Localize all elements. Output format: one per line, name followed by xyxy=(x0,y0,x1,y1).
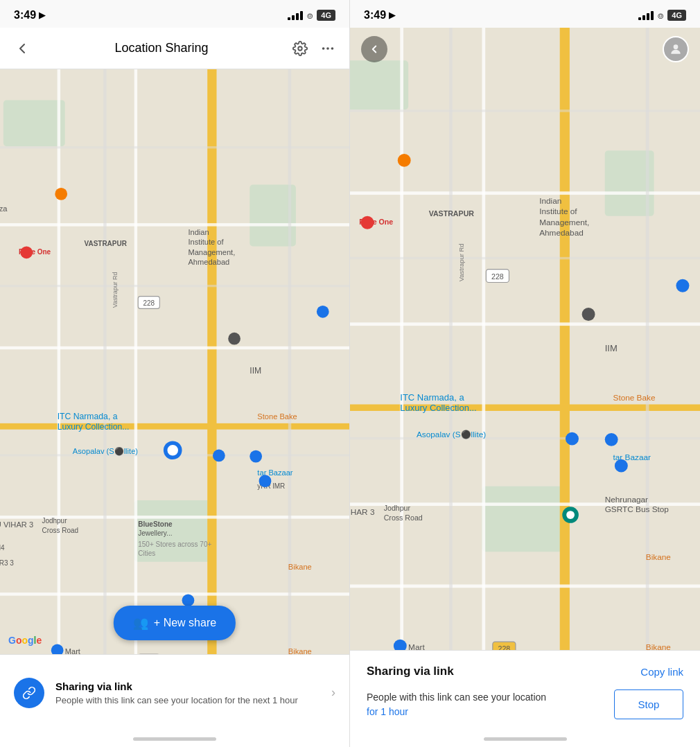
svg-text:yl4: yl4 xyxy=(0,544,5,552)
sharing-sheet-left[interactable]: Sharing via link People with this link c… xyxy=(0,654,349,730)
page-title-left: Location Sharing xyxy=(114,41,208,55)
svg-point-56 xyxy=(20,246,33,258)
battery-icon-right: 4G xyxy=(667,10,686,21)
wifi-icon-right: ⌾ xyxy=(658,10,663,21)
svg-text:IIM: IIM xyxy=(605,343,618,353)
svg-rect-83 xyxy=(350,437,700,440)
svg-rect-68 xyxy=(350,60,408,109)
google-logo: Google xyxy=(8,635,42,646)
location-arrow-icon-right: ▶ xyxy=(389,10,395,20)
svg-point-1 xyxy=(326,47,329,50)
chevron-right-icon: › xyxy=(331,685,335,700)
svg-text:228: 228 xyxy=(491,272,504,281)
new-share-label: + New share xyxy=(154,617,216,629)
time-left: 3:49 xyxy=(14,9,36,21)
new-share-button[interactable]: 👥 + New share xyxy=(114,606,236,640)
home-bar-left xyxy=(133,737,216,741)
svg-text:Bikane: Bikane xyxy=(646,642,672,650)
svg-text:Ahmedabad: Ahmedabad xyxy=(539,228,584,238)
svg-point-63 xyxy=(182,594,195,606)
svg-text:228: 228 xyxy=(498,644,511,650)
sharing-text: Sharing via link People with this link c… xyxy=(55,680,320,705)
detail-description: People with this link can see your locat… xyxy=(367,690,546,719)
more-button[interactable] xyxy=(320,41,335,56)
svg-text:Nehrunagar: Nehrunagar xyxy=(605,495,648,504)
svg-text:Cross Road: Cross Road xyxy=(384,513,423,522)
back-button-right[interactable] xyxy=(361,36,387,62)
map-area-right: 228 228 Plaza Page One VASTRAPUR Indian … xyxy=(350,28,700,650)
svg-text:Stone Bake: Stone Bake xyxy=(613,393,656,403)
sharing-title-left: Sharing via link xyxy=(55,680,320,692)
svg-text:Bikane: Bikane xyxy=(288,563,312,571)
detail-desc-text: People with this link can see your locat… xyxy=(367,692,546,703)
map-svg-left: 228 Plaza Page One VASTRAPUR Indian Inst… xyxy=(0,69,349,654)
svg-rect-77 xyxy=(400,28,403,650)
svg-point-113 xyxy=(361,216,374,229)
svg-rect-81 xyxy=(350,109,700,112)
svg-text:Asopalav (S⚫llite): Asopalav (S⚫llite) xyxy=(73,446,138,456)
home-indicator-left xyxy=(0,730,349,747)
back-button-left[interactable] xyxy=(14,40,30,57)
signal-icon xyxy=(288,11,303,20)
svg-rect-10 xyxy=(0,346,349,349)
svg-text:ITC Narmada, a: ITC Narmada, a xyxy=(400,392,464,403)
add-icon: 👥 xyxy=(133,615,148,631)
user-avatar[interactable] xyxy=(663,36,689,62)
svg-text:Stone Bake: Stone Bake xyxy=(257,412,297,421)
detail-panel: Sharing via link Copy link People with t… xyxy=(350,650,700,730)
svg-rect-14 xyxy=(134,69,137,654)
detail-title: Sharing via link xyxy=(367,665,454,678)
copy-link-button[interactable]: Copy link xyxy=(640,666,683,678)
svg-point-115 xyxy=(676,279,690,292)
svg-rect-8 xyxy=(0,423,349,430)
location-arrow-icon: ▶ xyxy=(39,10,45,20)
svg-rect-71 xyxy=(560,28,570,650)
svg-rect-7 xyxy=(207,69,216,654)
svg-text:Asopalav (S⚫llite): Asopalav (S⚫llite) xyxy=(417,430,486,439)
svg-point-0 xyxy=(322,47,325,50)
svg-text:Luxury Collection...: Luxury Collection... xyxy=(58,422,130,432)
top-bar-left: Location Sharing xyxy=(0,28,349,69)
svg-text:Bikane: Bikane xyxy=(646,552,672,562)
svg-point-65 xyxy=(228,333,240,345)
stop-button[interactable]: Stop xyxy=(614,689,683,719)
detail-row2: People with this link can see your locat… xyxy=(367,689,683,719)
status-bar-left: 3:49 ▶ ⌾ 4G xyxy=(0,0,349,28)
settings-button[interactable] xyxy=(292,41,308,56)
signal-icon-right xyxy=(638,11,654,20)
svg-rect-70 xyxy=(482,486,563,552)
sharing-desc-left: People with this link can see your locat… xyxy=(55,695,320,705)
map-area-left: 228 Plaza Page One VASTRAPUR Indian Inst… xyxy=(0,69,349,654)
top-bar-icons xyxy=(292,41,335,56)
svg-text:VASTRAPUR: VASTRAPUR xyxy=(429,209,475,218)
svg-point-117 xyxy=(605,433,618,446)
svg-text:Indian: Indian xyxy=(539,196,561,206)
battery-icon: 4G xyxy=(317,10,335,21)
svg-rect-9 xyxy=(0,223,349,226)
svg-point-58 xyxy=(317,306,329,318)
svg-text:Institute of: Institute of xyxy=(188,238,224,246)
svg-point-57 xyxy=(55,188,67,200)
svg-rect-4 xyxy=(3,100,65,146)
svg-text:Management,: Management, xyxy=(539,218,589,227)
status-time-left: 3:49 ▶ xyxy=(14,9,45,21)
svg-text:Jodhpur: Jodhpur xyxy=(42,517,67,525)
svg-text:Bikane: Bikane xyxy=(288,647,312,654)
home-bar-right xyxy=(484,737,567,741)
svg-text:Luxury Collection...: Luxury Collection... xyxy=(400,403,476,413)
svg-point-55 xyxy=(167,445,178,456)
svg-point-121 xyxy=(566,511,575,519)
svg-rect-79 xyxy=(449,28,453,650)
svg-text:Vastrapur Rd: Vastrapur Rd xyxy=(112,272,119,308)
svg-rect-12 xyxy=(0,592,349,595)
duration-label[interactable]: for 1 hour xyxy=(367,705,546,719)
svg-text:Management,: Management, xyxy=(188,248,235,256)
svg-rect-15 xyxy=(103,69,106,654)
svg-text:BlueStone: BlueStone xyxy=(138,520,173,528)
svg-point-2 xyxy=(331,47,334,50)
svg-rect-78 xyxy=(482,28,485,650)
svg-rect-82 xyxy=(350,257,700,260)
svg-point-59 xyxy=(213,450,225,462)
svg-text:Jodhpur: Jodhpur xyxy=(384,504,411,512)
svg-text:Plaza: Plaza xyxy=(0,204,8,213)
